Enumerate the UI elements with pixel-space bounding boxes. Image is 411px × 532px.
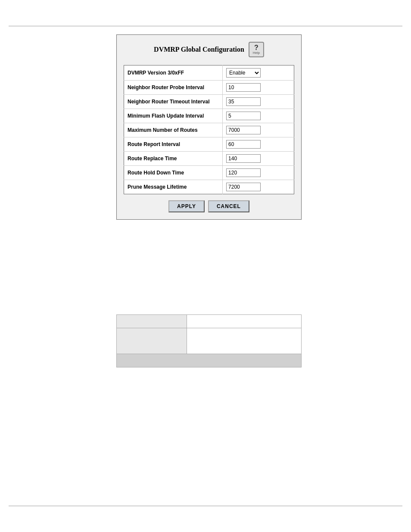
dialog-title-row: DVMRP Global Configuration ? Help (124, 42, 294, 57)
config-table: DVMRP Version 3/0xFFEnableDisableNeighbo… (124, 65, 294, 194)
config-input-2[interactable] (226, 97, 261, 106)
bottom-table (116, 314, 302, 367)
config-row: Neighbor Router Timeout Interval (124, 95, 294, 109)
config-input-3[interactable] (226, 112, 261, 120)
help-label: Help (253, 51, 260, 55)
top-rule (9, 26, 402, 26)
config-input-cell-8 (223, 180, 294, 194)
dialog-title: DVMRP Global Configuration (154, 46, 244, 53)
bottom-col-right-1 (187, 315, 302, 328)
cancel-button[interactable]: CANCEL (208, 200, 249, 212)
table-row (117, 315, 302, 328)
buttons-row: APPLY CANCEL (124, 200, 294, 212)
config-row: Route Report Interval (124, 137, 294, 152)
config-label-2: Neighbor Router Timeout Interval (124, 95, 223, 109)
config-input-cell-3 (223, 109, 294, 123)
config-input-6[interactable] (226, 154, 261, 163)
config-input-8[interactable] (226, 183, 261, 191)
config-row: Minimum Flash Update Interval (124, 109, 294, 123)
config-label-0: DVMRP Version 3/0xFF (124, 65, 223, 81)
table-footer-row (117, 354, 302, 367)
config-input-cell-1 (223, 81, 294, 95)
config-input-cell-0: EnableDisable (223, 65, 294, 81)
config-label-3: Minimum Flash Update Interval (124, 109, 223, 123)
config-input-cell-5 (223, 137, 294, 152)
config-input-1[interactable] (226, 83, 261, 92)
dialog-panel: DVMRP Global Configuration ? Help DVMRP … (116, 34, 302, 220)
bottom-rule (9, 506, 402, 506)
config-row: Route Hold Down Time (124, 166, 294, 180)
config-label-7: Route Hold Down Time (124, 166, 223, 180)
bottom-col-right-2 (187, 328, 302, 354)
config-input-5[interactable] (226, 140, 261, 149)
bottom-col-left-2 (117, 328, 187, 354)
config-label-6: Route Replace Time (124, 152, 223, 166)
config-input-cell-6 (223, 152, 294, 166)
config-input-4[interactable] (226, 126, 261, 134)
help-question-mark: ? (254, 44, 258, 51)
config-row: Maximum Number of Routes (124, 123, 294, 137)
bottom-col-left-1 (117, 315, 187, 328)
config-input-cell-2 (223, 95, 294, 109)
bottom-table-wrapper (116, 314, 302, 367)
config-label-8: Prune Message Lifetime (124, 180, 223, 194)
table-row (117, 328, 302, 354)
config-input-cell-4 (223, 123, 294, 137)
apply-button[interactable]: APPLY (168, 200, 205, 212)
table-footer-cell (117, 354, 302, 367)
config-label-1: Neighbor Router Probe Interval (124, 81, 223, 95)
config-input-cell-7 (223, 166, 294, 180)
page-wrapper: DVMRP Global Configuration ? Help DVMRP … (0, 0, 411, 532)
help-icon-button[interactable]: ? Help (249, 42, 264, 57)
config-select-0[interactable]: EnableDisable (226, 68, 261, 78)
config-row: Prune Message Lifetime (124, 180, 294, 194)
config-row: DVMRP Version 3/0xFFEnableDisable (124, 65, 294, 81)
config-label-4: Maximum Number of Routes (124, 123, 223, 137)
config-row: Neighbor Router Probe Interval (124, 81, 294, 95)
config-input-7[interactable] (226, 168, 261, 177)
config-row: Route Replace Time (124, 152, 294, 166)
config-label-5: Route Report Interval (124, 137, 223, 152)
